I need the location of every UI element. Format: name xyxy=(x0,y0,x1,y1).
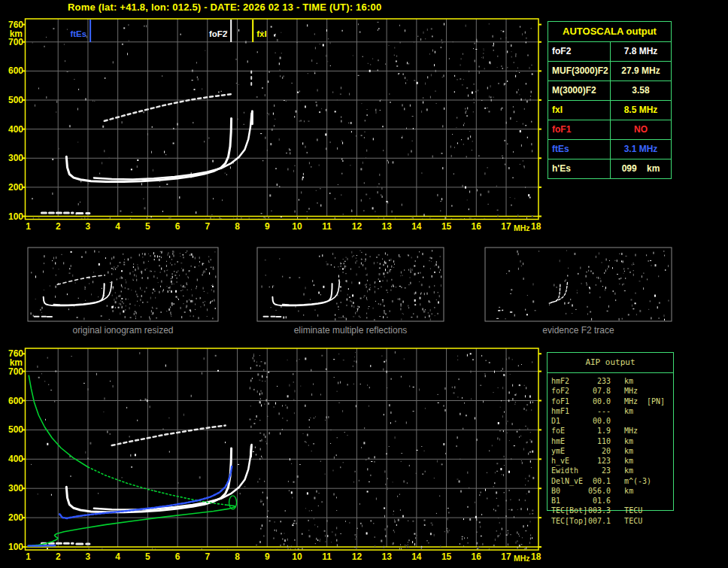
aip-param: hmF2 xyxy=(547,376,588,386)
aip-row-b0: B0056.0km xyxy=(547,486,682,496)
aip-row-tecbot: TEC[Bot]003.3TECU xyxy=(547,506,682,515)
parameter-label: foF1 xyxy=(548,120,611,139)
x-tick-label: 13 xyxy=(381,551,392,562)
aip-row-fof1: foF100.0MHz[PN] xyxy=(547,396,682,406)
aip-val: 003.3 xyxy=(588,506,611,515)
aip-val: 056.0 xyxy=(588,486,611,496)
autoscala-table-rows: foF27.8 MHzMUF(3000)F227.9 MHzM(3000)F23… xyxy=(548,42,671,178)
x-tick-label: 5 xyxy=(145,221,150,232)
aip-unit: km xyxy=(624,406,633,416)
autoscala-window: 760700600500400300200100km12345678910111… xyxy=(0,0,728,568)
x-tick-label: 14 xyxy=(411,221,422,232)
aip-val: 123 xyxy=(588,456,611,466)
aip-param: ymE xyxy=(547,446,588,456)
thumbnail-border xyxy=(257,248,444,321)
aip-val: 007.1 xyxy=(588,516,611,526)
x-tick-label: 13 xyxy=(381,221,392,232)
x-tick-label: 4 xyxy=(115,551,120,562)
autoscala-row-muf3000f2: MUF(3000)F227.9 MHz xyxy=(548,61,671,80)
aip-unit: MHz xyxy=(624,426,638,436)
aip-val: 00.0 xyxy=(588,396,611,406)
x-tick-label: 16 xyxy=(472,221,482,232)
plot-content xyxy=(29,351,535,554)
parameter-value: 099 km xyxy=(611,159,671,178)
fxi-streak xyxy=(250,446,251,457)
x-tick-label: 4 xyxy=(115,221,120,232)
aip-val: 23 xyxy=(588,466,611,475)
x-tick-label: 7 xyxy=(205,551,210,562)
aip-table-rows: hmF2233kmfoF207.8MHzfoF100.0MHz[PN]hmF1-… xyxy=(547,376,682,526)
aip-param: DelN_vE xyxy=(547,476,588,486)
y-tick-label: 100 xyxy=(8,542,23,552)
aip-val: 1.9 xyxy=(588,426,611,436)
plot-border xyxy=(26,348,539,550)
aip-unit: TECU xyxy=(624,516,642,526)
x-tick-label: 16 xyxy=(472,551,482,562)
y-tick-label: 500 xyxy=(8,424,23,435)
parameter-label: foF2 xyxy=(548,42,611,61)
thumbnail-caption-f2trace: evidence F2 trace xyxy=(485,325,672,336)
x-tick-label: 17 xyxy=(501,551,511,562)
parameter-value: 7.8 MHz xyxy=(611,42,671,61)
second-hop-trace xyxy=(105,94,233,121)
aip-param: Ewidth xyxy=(547,466,588,475)
y-tick-label: 100 xyxy=(8,211,23,222)
aip-unit: TECU xyxy=(624,506,642,515)
x-tick-label: 5 xyxy=(145,551,150,562)
aip-val: --- xyxy=(588,406,611,416)
aip-unit: MHz xyxy=(624,396,638,406)
f-trace-extraordinary xyxy=(283,282,340,305)
x-tick-label: 3 xyxy=(86,551,91,562)
aip-unit: km xyxy=(624,446,633,456)
x-tick-label: 15 xyxy=(441,551,452,562)
y-tick-label: 600 xyxy=(8,396,23,406)
aip-param: TEC[Bot] xyxy=(547,506,588,515)
x-tick-label: 1 xyxy=(26,551,31,562)
x-tick-label: 6 xyxy=(175,551,180,562)
bottom-ionogram-plot: 760700600500400300200100km12345678910111… xyxy=(8,348,541,563)
aip-param: h_vE xyxy=(547,456,588,466)
plot-content xyxy=(32,22,533,223)
x-axis-unit: MHz xyxy=(514,554,530,563)
x-tick-label: 2 xyxy=(56,221,61,232)
parameter-label: M(3000)F2 xyxy=(548,81,611,100)
aip-param: B1 xyxy=(547,496,588,506)
aip-unit: km xyxy=(624,436,633,446)
x-tick-label: 6 xyxy=(175,221,180,232)
aip-val: 01.6 xyxy=(588,496,611,506)
aip-row-delnve: DelN_vE00.1m^(-3) xyxy=(547,476,682,486)
x-tick-label: 8 xyxy=(235,221,240,232)
aip-val: 07.8 xyxy=(588,386,611,396)
x-tick-label: 3 xyxy=(86,221,91,232)
second-hop-trace xyxy=(112,426,226,445)
x-tick-label: 9 xyxy=(265,221,270,232)
aip-param: hmE xyxy=(547,436,588,446)
y-tick-label: 300 xyxy=(8,153,23,163)
marker-label-fof2: foF2 xyxy=(209,29,227,38)
aip-param: foF2 xyxy=(547,386,588,396)
aip-param: B0 xyxy=(547,486,588,496)
x-tick-label: 10 xyxy=(292,551,302,562)
second-hop-trace xyxy=(57,275,105,285)
x-tick-label: 11 xyxy=(322,551,332,562)
parameter-value: NO xyxy=(611,120,671,139)
y-axis-unit: km xyxy=(10,357,23,368)
y-axis-unit: km xyxy=(10,29,23,39)
aip-row-ewidth: Ewidth23km xyxy=(547,466,682,475)
parameter-label: ftEs xyxy=(548,140,611,159)
aip-row-hve: h_vE123km xyxy=(547,456,682,466)
aip-param: TEC[Top] xyxy=(547,516,588,526)
thumbnail-plot-2 xyxy=(485,248,672,321)
aip-param: hmF1 xyxy=(547,406,588,416)
parameter-value: 27.9 MHz xyxy=(611,62,671,80)
aip-unit: km xyxy=(624,486,633,496)
aip-param: foF1 xyxy=(547,396,588,406)
x-tick-label: 8 xyxy=(235,551,240,562)
parameter-label: fxI xyxy=(548,101,611,120)
aip-row-fof2: foF207.8MHz xyxy=(547,386,682,396)
aip-row-hme: hmE110km xyxy=(547,436,682,446)
aip-note: [PN] xyxy=(647,396,665,406)
plot-grid xyxy=(26,19,539,217)
parameter-label: h'Es xyxy=(548,159,611,178)
y-tick-label: 400 xyxy=(8,454,23,464)
